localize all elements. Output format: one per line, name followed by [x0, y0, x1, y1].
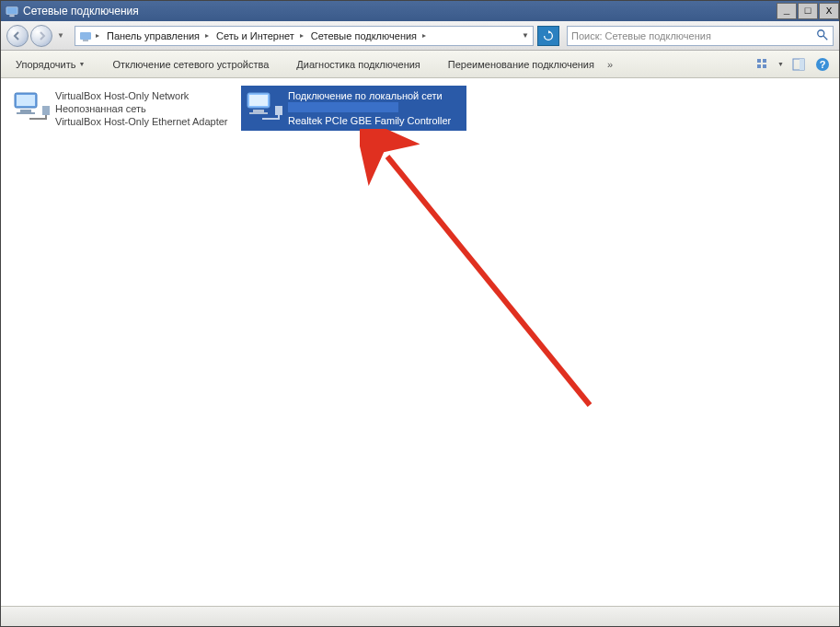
- more-commands-dropdown[interactable]: »: [605, 59, 615, 70]
- svg-rect-23: [275, 106, 282, 115]
- svg-rect-7: [763, 59, 766, 63]
- app-icon: [5, 4, 19, 18]
- svg-rect-0: [6, 7, 17, 15]
- forward-button[interactable]: [30, 25, 52, 47]
- svg-rect-17: [17, 112, 35, 114]
- connection-device: VirtualBox Host-Only Ethernet Adapter: [55, 115, 228, 128]
- svg-rect-1: [9, 15, 14, 17]
- breadcrumb-separator[interactable]: ▸: [298, 31, 305, 40]
- breadcrumb-item[interactable]: Сетевые подключения: [305, 27, 420, 45]
- command-toolbar: Упорядочить ▼ Отключение сетевого устрой…: [1, 51, 839, 78]
- search-input[interactable]: Поиск: Сетевые подключения: [567, 26, 834, 46]
- breadcrumb-separator[interactable]: ▸: [94, 31, 101, 40]
- titlebar: Сетевые подключения _ □ X: [1, 1, 839, 21]
- svg-rect-2: [80, 32, 91, 40]
- svg-rect-9: [763, 64, 766, 68]
- svg-rect-6: [757, 59, 761, 63]
- content-area[interactable]: VirtualBox Host-Only Network Неопознанна…: [1, 78, 839, 606]
- navigation-bar: ▼ ▸ Панель управления ▸ Сеть и Интернет …: [1, 21, 839, 51]
- connection-status: Неопознанная сеть: [55, 102, 228, 115]
- organize-menu[interactable]: Упорядочить ▼: [8, 56, 92, 73]
- chevron-down-icon: ▼: [777, 61, 784, 67]
- svg-rect-20: [249, 95, 268, 106]
- svg-rect-22: [249, 112, 268, 114]
- diagnose-button[interactable]: Диагностика подключения: [289, 56, 427, 73]
- chevron-down-icon: ▼: [78, 61, 85, 67]
- search-icon: [816, 29, 829, 43]
- svg-line-5: [823, 35, 827, 39]
- connection-status-redacted: [288, 102, 398, 112]
- disable-device-button[interactable]: Отключение сетевого устройства: [105, 56, 276, 73]
- connection-device: Realtek PCIe GBE Family Controller: [288, 114, 451, 127]
- svg-point-4: [818, 29, 824, 36]
- svg-line-24: [387, 157, 590, 405]
- connection-item[interactable]: VirtualBox Host-Only Network Неопознанна…: [8, 86, 234, 132]
- breadcrumb-separator[interactable]: ▸: [420, 31, 428, 40]
- svg-rect-21: [253, 110, 264, 112]
- network-adapter-icon: [244, 89, 282, 124]
- network-adapter-icon: [11, 89, 50, 124]
- maximize-button[interactable]: □: [798, 3, 818, 19]
- preview-pane-button[interactable]: [789, 55, 808, 74]
- breadcrumb-separator[interactable]: ▸: [203, 31, 211, 40]
- breadcrumb-item[interactable]: Панель управления: [101, 27, 203, 45]
- connection-name: VirtualBox Host-Only Network: [55, 89, 228, 102]
- svg-rect-15: [17, 95, 35, 106]
- svg-rect-8: [757, 64, 761, 68]
- refresh-button[interactable]: [537, 26, 559, 46]
- connection-name: Подключение по локальной сети: [288, 89, 451, 102]
- svg-rect-18: [42, 106, 50, 115]
- address-bar[interactable]: ▸ Панель управления ▸ Сеть и Интернет ▸ …: [75, 26, 534, 46]
- minimize-button[interactable]: _: [777, 3, 797, 19]
- search-placeholder: Поиск: Сетевые подключения: [571, 30, 711, 41]
- breadcrumb-item[interactable]: Сеть и Интернет: [211, 27, 298, 45]
- view-options-button[interactable]: [754, 55, 772, 74]
- help-button[interactable]: ?: [813, 55, 832, 74]
- svg-text:?: ?: [820, 59, 826, 70]
- status-bar: [1, 606, 839, 626]
- svg-rect-11: [800, 59, 804, 70]
- connection-item-selected[interactable]: Подключение по локальной сети Realtek PC…: [241, 86, 466, 131]
- window-title: Сетевые подключения: [23, 5, 139, 17]
- svg-rect-16: [20, 110, 31, 112]
- annotation-arrow: [360, 129, 617, 424]
- history-dropdown[interactable]: ▼: [54, 27, 67, 45]
- location-icon: [77, 28, 94, 44]
- address-dropdown[interactable]: ▼: [522, 31, 529, 40]
- svg-rect-3: [83, 40, 88, 41]
- back-button[interactable]: [6, 25, 29, 47]
- rename-button[interactable]: Переименование подключения: [441, 56, 602, 73]
- close-button[interactable]: X: [819, 3, 839, 19]
